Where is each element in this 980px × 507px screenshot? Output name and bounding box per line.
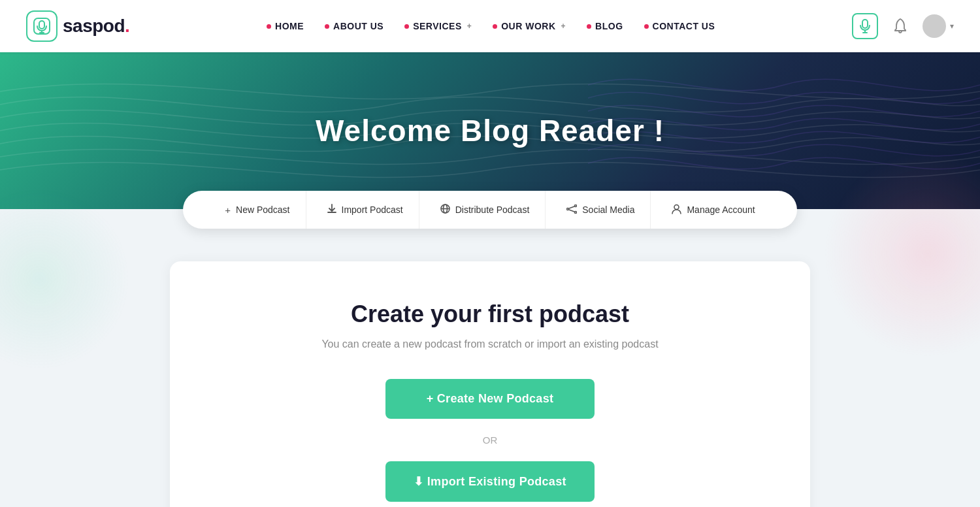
logo-text: saspod.	[63, 16, 129, 37]
import-podcast-action[interactable]: Import Podcast	[312, 191, 419, 229]
new-podcast-label: New Podcast	[236, 204, 289, 215]
logo-icon	[26, 10, 57, 42]
header: saspod. HOME ABOUT US SERVICES + OUR WOR…	[0, 0, 980, 52]
nav-about[interactable]: ABOUT US	[325, 21, 384, 31]
import-podcast-label: Import Podcast	[342, 204, 403, 215]
hero-title: Welcome Blog Reader !	[316, 113, 664, 148]
nav-services[interactable]: SERVICES +	[404, 21, 472, 31]
distribute-podcast-label: Distribute Podcast	[455, 204, 530, 215]
card-title: Create your first podcast	[222, 301, 758, 328]
nav-dot	[493, 24, 497, 29]
svg-line-13	[569, 206, 575, 208]
nav-dot	[267, 24, 271, 29]
chevron-down-icon: ▾	[950, 22, 954, 31]
notification-bell[interactable]	[889, 14, 912, 38]
create-new-podcast-button[interactable]: + Create New Podcast	[385, 379, 595, 419]
create-podcast-card: Create your first podcast You can create…	[170, 261, 810, 507]
svg-point-11	[575, 204, 577, 206]
globe-icon	[440, 204, 450, 216]
download-icon	[327, 204, 336, 216]
distribute-podcast-action[interactable]: Distribute Podcast	[425, 191, 546, 229]
nav-our-work[interactable]: OUR WORK +	[493, 21, 566, 31]
nav-dot	[644, 24, 649, 29]
svg-point-10	[567, 208, 569, 210]
nav-blog[interactable]: BLOG	[587, 21, 623, 31]
svg-point-12	[575, 211, 577, 213]
mic-button[interactable]	[852, 13, 878, 39]
header-actions: ▾	[852, 13, 954, 39]
services-plus-icon: +	[467, 22, 472, 31]
nav-home[interactable]: HOME	[267, 21, 304, 31]
our-work-plus-icon: +	[561, 22, 566, 31]
or-divider: OR	[222, 434, 758, 446]
user-avatar-button[interactable]: ▾	[923, 14, 954, 38]
social-media-label: Social Media	[582, 204, 634, 215]
import-existing-podcast-button[interactable]: ⬇ Import Existing Podcast	[385, 461, 595, 502]
share-icon	[566, 204, 577, 216]
svg-rect-4	[862, 20, 868, 28]
manage-account-label: Manage Account	[687, 204, 755, 215]
svg-rect-1	[39, 21, 44, 29]
nav-dot	[325, 24, 329, 29]
social-media-action[interactable]: Social Media	[551, 191, 651, 229]
main-nav: HOME ABOUT US SERVICES + OUR WORK + BLOG…	[267, 21, 715, 31]
avatar	[923, 14, 946, 38]
nav-contact[interactable]: CONTACT US	[644, 21, 715, 31]
main-content: Create your first podcast You can create…	[0, 229, 980, 507]
user-icon	[672, 204, 681, 216]
manage-account-action[interactable]: Manage Account	[656, 191, 770, 229]
hero-banner: Welcome Blog Reader !	[0, 52, 980, 209]
plus-icon: +	[225, 204, 231, 216]
svg-line-14	[569, 209, 575, 211]
logo[interactable]: saspod.	[26, 10, 129, 42]
card-subtitle: You can create a new podcast from scratc…	[222, 338, 758, 350]
new-podcast-action[interactable]: + New Podcast	[209, 191, 306, 229]
nav-dot	[587, 24, 591, 29]
action-bar-wrapper: + New Podcast Import Podcast Distribute …	[0, 191, 980, 229]
nav-dot	[404, 24, 409, 29]
action-bar: + New Podcast Import Podcast Distribute …	[183, 191, 796, 229]
svg-point-15	[674, 204, 679, 209]
